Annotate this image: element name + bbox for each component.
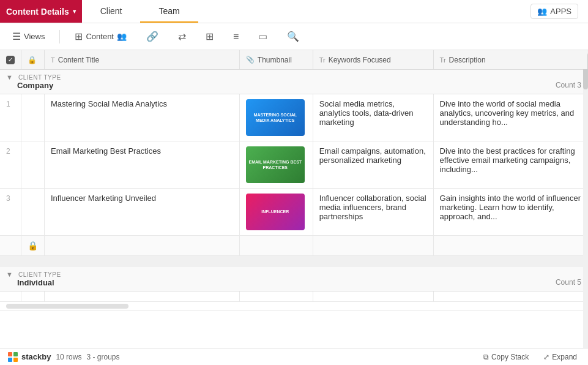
row1-thumbnail: MASTERING SOCIAL MEDIA ANALYTICS	[246, 99, 305, 136]
row2-description-cell: Dive into the best practices for craftin…	[433, 141, 587, 189]
vertical-scrollbar[interactable]	[583, 50, 588, 348]
row3-checkbox-cell[interactable]: 3	[0, 189, 21, 236]
expand-button[interactable]: ⤢ Expand	[540, 352, 581, 363]
row1-keywords: Social media metrics, analytics tools, d…	[319, 99, 414, 127]
group-toggle-company[interactable]: ▼	[6, 73, 13, 81]
row1-checkbox-cell[interactable]: 1	[0, 94, 21, 141]
row3-title-cell[interactable]: Influencer Marketing Unveiled	[45, 189, 240, 236]
row3-thumbnail: INFLUENCER	[246, 194, 305, 230]
table-container: 🔒 T Content Title 📎 Thumbnail	[0, 50, 588, 348]
svg-rect-3	[13, 358, 18, 362]
tab-team[interactable]: Team	[140, 0, 198, 23]
group-toggle-individual[interactable]: ▼	[6, 271, 13, 278]
th-thumbnail-label: Thumbnail	[258, 56, 292, 64]
svg-rect-0	[8, 352, 12, 356]
link-icon: 🔗	[146, 31, 158, 42]
apps-icon: 👥	[537, 7, 547, 16]
row3-keywords: Influencer collaboration, social media i…	[319, 194, 426, 221]
toolbar-filter[interactable]: ⇄	[173, 28, 191, 45]
group-header-individual-cell: ▼ CLIENT TYPE Individual Count 5	[0, 267, 588, 292]
menu-icon: ☰	[12, 31, 21, 42]
copy-stack-button[interactable]: ⧉ Copy Stack	[480, 352, 532, 363]
toolbar-views[interactable]: ☰ Views	[7, 28, 50, 45]
status-left: stackby 10 rows 3 - groups	[7, 352, 119, 363]
status-right: ⧉ Copy Stack ⤢ Expand	[480, 352, 581, 363]
lock-row-desc	[433, 236, 587, 256]
row2-title: Email Marketing Best Practices	[51, 146, 161, 156]
group-name-company: Company	[17, 82, 53, 89]
toolbar-search[interactable]: 🔍	[282, 28, 304, 45]
lock-row-checkbox	[0, 236, 21, 256]
toolbar-image[interactable]: ▭	[253, 28, 272, 45]
image-icon: ▭	[258, 31, 267, 42]
row3-thumb-text: INFLUENCER	[259, 207, 291, 216]
row3-description-cell: Gain insights into the world of influenc…	[433, 189, 587, 236]
apps-button[interactable]: 👥 APPS	[530, 4, 578, 19]
th-title-label: Content Title	[58, 56, 99, 64]
group-name-individual: Individual	[17, 279, 54, 287]
row3-lock-cell	[21, 189, 45, 236]
th-checkbox[interactable]	[0, 50, 21, 70]
toolbar-link[interactable]: 🔗	[141, 28, 163, 45]
row2-lock-cell	[21, 141, 45, 189]
header-tabs: Content Details ▾ Client Team 👥 APPS	[0, 0, 588, 23]
rows-count: 10 rows	[56, 353, 81, 361]
lock-row-keywords	[313, 236, 433, 256]
group-header-company: ▼ CLIENT TYPE Company Count 3	[0, 70, 588, 94]
row3-description: Gain insights into the world of influenc…	[440, 194, 581, 221]
tab-client[interactable]: Client	[82, 0, 141, 23]
copy-icon: ⧉	[483, 353, 489, 361]
table-row: 3 Influencer Marketing Unveiled INFLUENC…	[0, 189, 588, 236]
th-keywords-label: Keywords Focused	[329, 56, 391, 64]
grid-icon: ⊞	[75, 31, 83, 42]
tab-content-details[interactable]: Content Details ▾	[0, 0, 82, 23]
row1-description-cell: Dive into the world of social media anal…	[433, 94, 587, 141]
th-keywords[interactable]: Tr Keywords Focused	[313, 50, 433, 70]
indiv-row-desc	[433, 291, 587, 301]
tab-dropdown-chevron: ▾	[73, 8, 76, 15]
th-lock: 🔒	[21, 50, 45, 70]
row1-keywords-cell: Social media metrics, analytics tools, d…	[313, 94, 433, 141]
row2-thumbnail: EMAIL MARKETING Best Practices	[246, 146, 305, 183]
toolbar-divider-1	[59, 30, 60, 43]
views-label: Views	[24, 32, 45, 41]
expand-icon: ⤢	[543, 353, 549, 361]
copy-stack-label: Copy Stack	[491, 353, 529, 361]
th-content-title[interactable]: T Content Title	[45, 50, 240, 70]
indiv-row-check	[0, 291, 21, 301]
row-lock-icon: 🔒	[28, 241, 38, 250]
indiv-row-title	[45, 291, 240, 301]
th-desc-type-icon: Tr	[440, 56, 446, 64]
th-thumbnail[interactable]: 📎 Thumbnail	[239, 50, 313, 70]
group-icon: ⊞	[206, 31, 214, 42]
apps-label: APPS	[550, 7, 571, 16]
group-header-individual: ▼ CLIENT TYPE Individual Count 5	[0, 267, 588, 292]
header-right: 👥 APPS	[530, 0, 588, 23]
horizontal-scrollbar-row	[0, 301, 588, 310]
toolbar-group[interactable]: ⊞	[201, 28, 218, 45]
horizontal-scrollbar[interactable]	[6, 304, 128, 309]
expand-label: Expand	[552, 353, 577, 361]
scrollbar-cell[interactable]	[0, 301, 588, 310]
lock-icon: 🔒	[28, 56, 37, 64]
svg-rect-2	[8, 358, 12, 362]
search-icon: 🔍	[287, 31, 299, 42]
people-icon: 👥	[117, 32, 127, 41]
app-name: stackby	[21, 352, 51, 361]
row2-thumbnail-cell: EMAIL MARKETING Best Practices	[239, 141, 313, 189]
content-label: Content	[86, 32, 114, 41]
group-divider-cell	[0, 256, 588, 267]
toolbar-content[interactable]: ⊞ Content 👥	[70, 28, 132, 45]
row1-title: Mastering Social Media Analytics	[51, 99, 167, 108]
group-count-individual: Count 5	[556, 278, 581, 287]
row1-title-cell[interactable]: Mastering Social Media Analytics	[45, 94, 240, 141]
group-header-company-cell: ▼ CLIENT TYPE Company Count 3	[0, 70, 588, 94]
toolbar-sort[interactable]: ≡	[228, 29, 244, 45]
row2-title-cell[interactable]: Email Marketing Best Practices	[45, 141, 240, 189]
status-bar: stackby 10 rows 3 - groups ⧉ Copy Stack …	[0, 348, 588, 365]
th-description[interactable]: Tr Description	[433, 50, 587, 70]
row2-checkbox-cell[interactable]: 2	[0, 141, 21, 189]
tab-client-label: Client	[100, 6, 122, 16]
row3-title: Influencer Marketing Unveiled	[51, 194, 156, 203]
select-all-checkbox[interactable]	[6, 56, 15, 64]
